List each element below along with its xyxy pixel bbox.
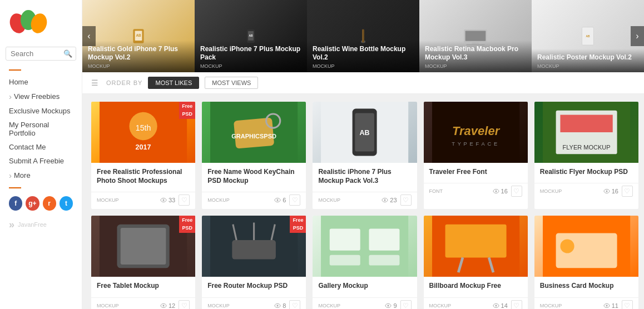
- card-title-6: Free Router Mockup PSD: [207, 281, 300, 290]
- card-6[interactable]: FreePSD Free Router Mockup PSD MOCKUP 8 …: [202, 216, 306, 309]
- card-views-8: 14: [493, 302, 508, 309]
- svg-text:AB: AB: [586, 35, 590, 38]
- slider-item-overlay-4: Realistic Poster Mockup Vol.2 MOCKUP: [532, 49, 644, 72]
- card-5[interactable]: FreePSD Free Tablet Mockup MOCKUP 12 ♡: [91, 216, 195, 309]
- card-stats-3: 16 ♡: [493, 186, 522, 197]
- card-body-3: Traveler Free Font: [424, 163, 528, 183]
- card-like-button-2[interactable]: ♡: [400, 195, 412, 206]
- card-like-button-6[interactable]: ♡: [289, 300, 300, 309]
- card-1[interactable]: GRAPHICSPSD Free Name Wood KeyChain PSD …: [202, 102, 306, 209]
- slider-next-button[interactable]: ›: [631, 26, 644, 46]
- card-views-2: 23: [382, 197, 397, 203]
- slider-item-title-1: Realistic iPhone 7 Plus Mockup Pack: [200, 45, 301, 62]
- svg-point-29: [277, 200, 279, 201]
- sidebar-item-more[interactable]: More: [0, 168, 82, 183]
- svg-rect-43: [560, 115, 612, 132]
- card-thumb-9: [534, 216, 638, 277]
- logo-area: [0, 0, 82, 43]
- slider-item-1[interactable]: AB Realistic iPhone 7 Plus Mockup Pack M…: [195, 0, 307, 72]
- card-stats-0: 33 ♡: [160, 195, 190, 206]
- card-views-5: 12: [160, 302, 175, 309]
- slider-item-tag-2: MOCKUP: [313, 63, 414, 69]
- card-footer-5: MOCKUP 12 ♡: [91, 297, 195, 309]
- sidebar-divider-top: [9, 69, 21, 71]
- twitter-icon[interactable]: t: [60, 196, 73, 211]
- card-4[interactable]: FLYER MOCKUP Realistic Flyer Mockup PSD …: [534, 102, 638, 209]
- card-like-button-3[interactable]: ♡: [511, 186, 522, 197]
- search-input[interactable]: [11, 49, 63, 58]
- order-bar: ☰ ORDER BY MOST LIKES MOST VIEWS: [82, 72, 644, 94]
- slider-item-3[interactable]: Realistic Retina Macbook Pro Mockup Vol.…: [419, 0, 532, 72]
- svg-point-23: [162, 200, 164, 201]
- search-icon[interactable]: 🔍: [63, 49, 72, 58]
- sidebar-item-submit[interactable]: Submit A Freebie: [0, 154, 82, 168]
- slider-item-title-4: Realistic Poster Mockup Vol.2: [537, 53, 638, 62]
- grid-area: 201715th FreePSD Free Realistic Professi…: [82, 94, 644, 309]
- card-tag-9: MOCKUP: [540, 303, 562, 308]
- card-like-button-4[interactable]: ♡: [622, 186, 633, 197]
- slider-prev-button[interactable]: ‹: [82, 26, 96, 46]
- free-badge: FreePSD: [290, 216, 306, 233]
- card-0[interactable]: 201715th FreePSD Free Realistic Professi…: [91, 102, 195, 209]
- card-stats-8: 14 ♡: [493, 300, 522, 309]
- slider-item-title-2: Realistic Wine Bottle Mockup Vol.2: [313, 45, 414, 62]
- svg-rect-13: [465, 31, 486, 41]
- slider-item-2[interactable]: Realistic Wine Bottle Mockup Vol.2 MOCKU…: [307, 0, 419, 72]
- slider-item-0[interactable]: AB Realistic Gold iPhone 7 Plus Mockup V…: [82, 0, 195, 72]
- eye-icon: [603, 188, 610, 194]
- jf-arrows-icon: »: [9, 220, 14, 230]
- card-like-button-9[interactable]: ♡: [622, 300, 633, 309]
- eye-icon: [274, 303, 281, 308]
- order-by-label: ORDER BY: [106, 79, 142, 86]
- svg-point-51: [162, 305, 164, 306]
- free-badge: FreePSD: [179, 216, 195, 233]
- svg-point-74: [560, 240, 574, 253]
- card-views-3: 16: [493, 188, 508, 195]
- card-3[interactable]: TravelerTYPEFACE Traveler Free Font FONT…: [424, 102, 528, 209]
- eye-icon: [603, 303, 610, 308]
- main-content: ‹ AB Realistic Gold iPhone 7 Plus Mockup…: [82, 0, 644, 309]
- most-views-button[interactable]: MOST VIEWS: [205, 77, 258, 89]
- sidebar-divider-bottom: [9, 187, 21, 188]
- facebook-icon[interactable]: f: [9, 196, 22, 211]
- eye-icon: [382, 197, 388, 203]
- svg-rect-60: [330, 229, 360, 251]
- sidebar-item-contact[interactable]: Contact Me: [0, 140, 82, 154]
- svg-text:2017: 2017: [136, 143, 151, 151]
- logo-icon: [9, 8, 48, 36]
- sidebar-item-view-freebies[interactable]: View Freebies: [0, 89, 82, 104]
- card-footer-1: MOCKUP 6 ♡: [202, 192, 306, 209]
- card-2[interactable]: AB Realistic iPhone 7 Plus Mockup Pack V…: [313, 102, 417, 209]
- card-like-button-7[interactable]: ♡: [400, 300, 412, 309]
- card-views-9: 11: [603, 302, 618, 309]
- card-9[interactable]: Business Card Mockup MOCKUP 11 ♡: [534, 216, 638, 309]
- card-like-button-0[interactable]: ♡: [179, 195, 190, 206]
- card-tag-7: MOCKUP: [318, 303, 340, 308]
- card-title-9: Business Card Mockup: [540, 281, 633, 290]
- list-view-icon[interactable]: ☰: [91, 78, 98, 87]
- sidebar-item-exclusive-mockups[interactable]: Exclusive Mockups: [0, 104, 82, 118]
- svg-point-35: [384, 200, 386, 201]
- free-badge: FreePSD: [179, 102, 195, 119]
- card-title-3: Traveler Free Font: [429, 167, 522, 176]
- card-7[interactable]: Gallery Mockup MOCKUP 9 ♡: [313, 216, 417, 309]
- sidebar-item-home[interactable]: Home: [0, 75, 82, 89]
- card-like-button-5[interactable]: ♡: [179, 300, 190, 309]
- card-body-4: Realistic Flyer Mockup PSD: [534, 163, 638, 183]
- sidebar-item-portfolio[interactable]: My Personal Portfolio: [0, 118, 82, 140]
- google-plus-icon[interactable]: g+: [26, 196, 39, 211]
- eye-icon: [160, 197, 167, 203]
- card-like-button-1[interactable]: ♡: [289, 195, 300, 206]
- card-thumb-3: TravelerTYPEFACE: [424, 102, 528, 163]
- search-input-wrap[interactable]: 🔍: [6, 47, 76, 61]
- card-thumb-5: FreePSD: [91, 216, 195, 277]
- card-like-button-8[interactable]: ♡: [511, 300, 522, 309]
- card-8[interactable]: Billboard Mockup Free MOCKUP 14 ♡: [424, 216, 528, 309]
- rss-icon[interactable]: r: [43, 196, 56, 211]
- slider-item-4[interactable]: AB Realistic Poster Mockup Vol.2 MOCKUP: [532, 0, 644, 72]
- most-likes-button[interactable]: MOST LIKES: [148, 77, 199, 89]
- card-thumb-7: [313, 216, 417, 277]
- slider-item-overlay-2: Realistic Wine Bottle Mockup Vol.2 MOCKU…: [307, 41, 419, 72]
- card-stats-6: 8 ♡: [274, 300, 300, 309]
- card-thumb-2: AB: [313, 102, 417, 163]
